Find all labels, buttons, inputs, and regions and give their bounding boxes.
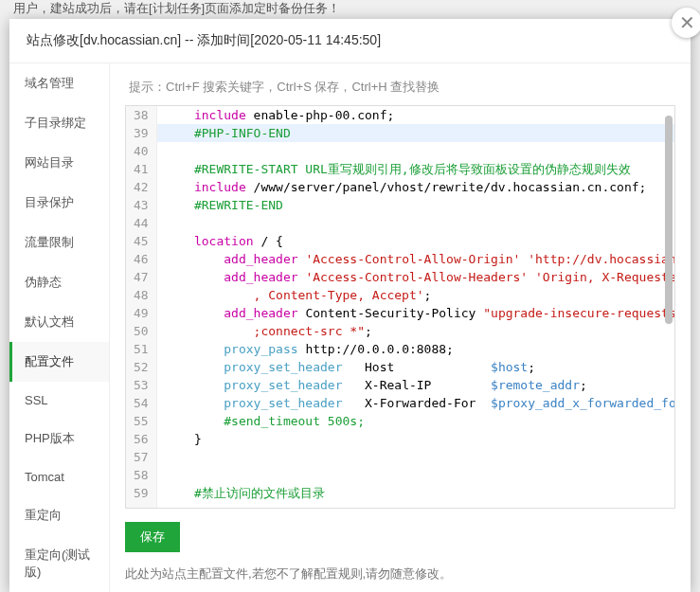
modal-header: 站点修改[dv.hocassian.cn] -- 添加时间[2020-05-11…	[9, 19, 691, 63]
code-line[interactable]	[157, 142, 674, 160]
bg-hint: 用户，建站成功后，请在[计划任务]页面添加定时备份任务！	[13, 0, 340, 17]
sidebar: 域名管理子目录绑定网站目录目录保护流量限制伪静态默认文档配置文件SSLPHP版本…	[9, 63, 110, 592]
sidebar-item-2[interactable]: 网站目录	[9, 143, 109, 183]
code-line[interactable]: proxy_set_header X-Forwarded-For $proxy_…	[157, 394, 674, 412]
sidebar-item-5[interactable]: 伪静态	[9, 262, 109, 302]
sidebar-item-8[interactable]: SSL	[9, 382, 109, 419]
code-line[interactable]: proxy_set_header Host $host;	[157, 358, 674, 376]
line-gutter: 3839404142434445464748495051525354555657…	[126, 106, 157, 508]
sidebar-item-4[interactable]: 流量限制	[9, 223, 109, 262]
editor-hint: 提示：Ctrl+F 搜索关键字，Ctrl+S 保存，Ctrl+H 查找替换	[129, 79, 675, 96]
modal-title: 站点修改[dv.hocassian.cn] -- 添加时间[2020-05-11…	[27, 32, 381, 47]
code-line[interactable]: , Content-Type, Accept';	[157, 286, 674, 304]
sidebar-item-7[interactable]: 配置文件	[9, 342, 109, 382]
code-line[interactable]: #PHP-INFO-END	[157, 124, 674, 142]
code-line[interactable]: add_header 'Access-Control-Allow-Headers…	[157, 268, 674, 286]
content-area: 提示：Ctrl+F 搜索关键字，Ctrl+S 保存，Ctrl+H 查找替换 38…	[110, 63, 691, 592]
code-area[interactable]: include enable-php-00.conf; #PHP-INFO-EN…	[157, 106, 674, 508]
code-line[interactable]: add_header Content-Security-Policy "upgr…	[157, 304, 674, 322]
sidebar-item-1[interactable]: 子目录绑定	[9, 103, 109, 143]
code-line[interactable]: #禁止访问的文件或目录	[157, 484, 674, 502]
code-line[interactable]: ;connect-src *";	[157, 322, 674, 340]
code-line[interactable]: proxy_pass http://0.0.0.0:8088;	[157, 340, 674, 358]
sidebar-item-11[interactable]: 重定向	[9, 495, 109, 535]
code-line[interactable]	[157, 466, 674, 484]
sidebar-item-0[interactable]: 域名管理	[9, 63, 109, 103]
code-editor[interactable]: 3839404142434445464748495051525354555657…	[125, 105, 675, 509]
code-line[interactable]: }	[157, 430, 674, 448]
code-line[interactable]: #REWRITE-START URL重写规则引用,修改后将导致面板设置的伪静态规…	[157, 160, 674, 178]
modal-body: 域名管理子目录绑定网站目录目录保护流量限制伪静态默认文档配置文件SSLPHP版本…	[9, 63, 691, 592]
close-button[interactable]: ✕	[672, 8, 700, 38]
sidebar-item-12[interactable]: 重定向(测试版)	[9, 535, 109, 592]
save-button[interactable]: 保存	[125, 522, 180, 552]
close-icon: ✕	[679, 11, 695, 34]
sidebar-item-9[interactable]: PHP版本	[9, 419, 109, 458]
code-line[interactable]: location / {	[157, 232, 674, 250]
sidebar-item-3[interactable]: 目录保护	[9, 183, 109, 223]
code-line[interactable]: #REWRITE-END	[157, 196, 674, 214]
sidebar-item-10[interactable]: Tomcat	[9, 458, 109, 495]
footer-note: 此处为站点主配置文件,若您不了解配置规则,请勿随意修改。	[125, 565, 675, 583]
code-line[interactable]: include /www/server/panel/vhost/rewrite/…	[157, 178, 674, 196]
code-line[interactable]	[157, 214, 674, 232]
code-line[interactable]: add_header 'Access-Control-Allow-Origin'…	[157, 250, 674, 268]
code-line[interactable]: #send_timeout 500s;	[157, 412, 674, 430]
sidebar-item-6[interactable]: 默认文档	[9, 302, 109, 342]
code-line[interactable]: proxy_set_header X-Real-IP $remote_addr;	[157, 376, 674, 394]
scrollbar-thumb[interactable]	[665, 116, 673, 324]
modal: 站点修改[dv.hocassian.cn] -- 添加时间[2020-05-11…	[9, 19, 691, 592]
code-line[interactable]: include enable-php-00.conf;	[157, 106, 674, 124]
code-line[interactable]	[157, 448, 674, 466]
